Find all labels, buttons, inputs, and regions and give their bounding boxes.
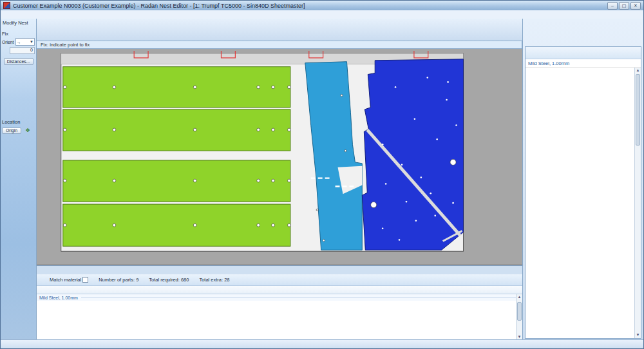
nests-group-label: Mild Steel, 1.00mm	[528, 61, 569, 66]
modify-nest-sidebar: Modify Nest Fix Orient → ▼ 0 Distances..…	[1, 19, 37, 340]
fix-section-header: Fix	[2, 31, 35, 37]
nests-toolbar	[526, 47, 641, 59]
prompt-text: Fix: indicate point to fix	[41, 42, 90, 48]
radan-nest-editor-window: Customer Example N0003 (Customer Example…	[0, 0, 644, 349]
nests-panel: Mild Steel, 1.00mm ▲ ▼	[522, 19, 643, 340]
scroll-thumb[interactable]	[636, 74, 640, 146]
chevron-down-icon: ▼	[30, 40, 33, 44]
match-material-label: Match material	[50, 277, 81, 283]
nests-material-group: Mild Steel, 1.00mm	[526, 59, 641, 68]
parts-toolbar: Match material Number of parts: 9 Total …	[37, 274, 522, 286]
number-of-parts: Number of parts: 9	[99, 277, 138, 283]
title-bar[interactable]: Customer Example N0003 (Customer Example…	[1, 1, 643, 10]
nests-panel-tabs	[523, 37, 643, 46]
nests-scrollbar[interactable]: ▲ ▼	[634, 68, 641, 338]
app-icon	[3, 2, 10, 9]
parts-panel: Match material Number of parts: 9 Total …	[37, 265, 522, 340]
nested-part-green-4[interactable]	[63, 204, 290, 246]
angle-input[interactable]: 0	[10, 47, 35, 54]
parts-table-body: Mild Steel, 1.00mm ▲ ▼	[37, 294, 522, 340]
minimize-button[interactable]: –	[607, 2, 618, 10]
total-required: Total required: 680	[149, 277, 189, 283]
window-title: Customer Example N0003 (Customer Example…	[13, 3, 605, 9]
prompt-bar: Fix: indicate point to fix	[37, 41, 522, 49]
parts-panel-tabs	[37, 266, 522, 274]
status-bar	[1, 339, 643, 348]
parts-table-header	[37, 286, 522, 294]
nested-part-blue[interactable]	[362, 59, 463, 250]
toolbar-area	[37, 19, 522, 41]
orient-value: →	[17, 40, 21, 44]
nested-part-green-2[interactable]	[63, 109, 290, 151]
scroll-down-icon[interactable]: ▼	[635, 332, 641, 338]
scroll-up-icon[interactable]: ▲	[635, 68, 641, 73]
main-body: Modify Nest Fix Orient → ▼ 0 Distances..…	[1, 19, 643, 340]
menu-bar	[1, 10, 643, 19]
origin-button[interactable]: Origin	[2, 127, 21, 134]
total-extra: Total extra: 28	[199, 277, 229, 283]
scroll-thumb[interactable]	[517, 302, 522, 321]
orient-label: Orient	[2, 40, 14, 44]
standard-toolbar	[39, 19, 222, 30]
nest-navigation-toolbar	[39, 30, 222, 40]
orient-dropdown[interactable]: → ▼	[15, 38, 35, 46]
nested-part-green-3[interactable]	[63, 160, 290, 202]
center-column: Fix: indicate point to fix	[37, 19, 522, 340]
match-material-checkbox[interactable]	[82, 277, 88, 283]
location-section-header: Location	[2, 119, 35, 125]
distances-button[interactable]: Distances...	[4, 58, 33, 65]
nest-drawing	[37, 49, 522, 265]
sidebar-title: Modify Nest	[3, 20, 35, 26]
window-controls: – ▢ ✕	[607, 2, 641, 10]
nest-canvas[interactable]	[37, 49, 522, 265]
maximize-button[interactable]: ▢	[619, 2, 629, 10]
material-group-label: Mild Steel, 1.00mm	[39, 296, 78, 300]
origin-snap-icon[interactable]: ✥	[23, 126, 32, 135]
nested-part-green-1[interactable]	[63, 67, 290, 108]
parts-table-scrollbar[interactable]: ▲ ▼	[516, 294, 522, 340]
nests-list: ▲ ▼	[526, 68, 641, 338]
scroll-up-icon[interactable]: ▲	[516, 294, 522, 300]
material-group-row: Mild Steel, 1.00mm	[37, 294, 522, 301]
close-button[interactable]: ✕	[630, 2, 641, 10]
